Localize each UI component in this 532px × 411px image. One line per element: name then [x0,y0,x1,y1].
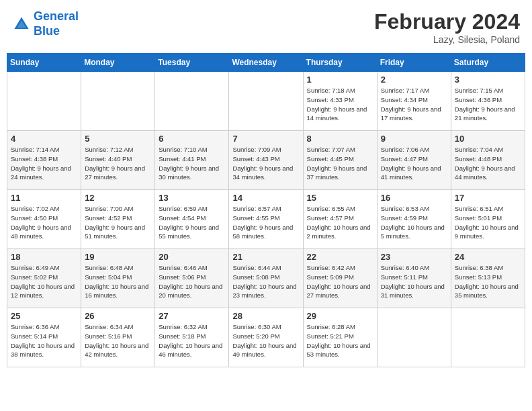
week-row-1: 1Sunrise: 7:18 AM Sunset: 4:33 PM Daylig… [7,72,525,131]
calendar-cell: 3Sunrise: 7:15 AM Sunset: 4:36 PM Daylig… [451,72,525,131]
day-info: Sunrise: 6:42 AM Sunset: 5:09 PM Dayligh… [307,263,373,300]
day-number: 1 [307,75,373,85]
day-info: Sunrise: 6:30 AM Sunset: 5:20 PM Dayligh… [232,322,299,359]
calendar-cell: 28Sunrise: 6:30 AM Sunset: 5:20 PM Dayli… [229,308,303,367]
week-row-2: 4Sunrise: 7:14 AM Sunset: 4:38 PM Daylig… [7,131,525,190]
day-number: 20 [159,252,225,262]
calendar-cell: 17Sunrise: 6:51 AM Sunset: 5:01 PM Dayli… [451,190,525,249]
calendar-cell: 16Sunrise: 6:53 AM Sunset: 4:59 PM Dayli… [377,190,451,249]
day-info: Sunrise: 7:00 AM Sunset: 4:52 PM Dayligh… [85,204,151,241]
day-info: Sunrise: 6:49 AM Sunset: 5:02 PM Dayligh… [11,263,77,300]
day-info: Sunrise: 6:59 AM Sunset: 4:54 PM Dayligh… [159,204,225,241]
day-number: 10 [455,134,521,144]
day-number: 15 [307,193,373,203]
day-number: 4 [11,134,77,144]
day-number: 21 [232,252,299,262]
day-info: Sunrise: 6:48 AM Sunset: 5:04 PM Dayligh… [85,263,151,300]
day-info: Sunrise: 7:04 AM Sunset: 4:48 PM Dayligh… [455,145,521,182]
calendar-cell: 5Sunrise: 7:12 AM Sunset: 4:40 PM Daylig… [81,131,155,190]
calendar-header: SundayMondayTuesdayWednesdayThursdayFrid… [7,54,525,72]
calendar-cell: 21Sunrise: 6:44 AM Sunset: 5:08 PM Dayli… [229,249,303,308]
day-info: Sunrise: 7:15 AM Sunset: 4:36 PM Dayligh… [455,86,521,123]
day-number: 7 [232,134,299,144]
day-number: 12 [85,193,151,203]
week-row-5: 25Sunrise: 6:36 AM Sunset: 5:14 PM Dayli… [7,308,525,367]
day-number: 18 [11,252,77,262]
calendar-cell: 25Sunrise: 6:36 AM Sunset: 5:14 PM Dayli… [7,308,81,367]
day-number: 3 [455,75,521,85]
calendar-cell: 15Sunrise: 6:55 AM Sunset: 4:57 PM Dayli… [303,190,377,249]
location-title: Lazy, Silesia, Poland [374,34,520,45]
logo-line2: Blue [34,24,60,38]
day-number: 29 [307,311,373,321]
day-number: 19 [85,252,151,262]
calendar-cell: 26Sunrise: 6:34 AM Sunset: 5:16 PM Dayli… [81,308,155,367]
page-header: General Blue February 2024 Lazy, Silesia… [7,7,525,48]
calendar-cell: 20Sunrise: 6:46 AM Sunset: 5:06 PM Dayli… [155,249,229,308]
day-number: 25 [11,311,77,321]
day-number: 2 [381,75,447,85]
day-info: Sunrise: 7:02 AM Sunset: 4:50 PM Dayligh… [11,204,77,241]
calendar-cell: 12Sunrise: 7:00 AM Sunset: 4:52 PM Dayli… [81,190,155,249]
logo-line1: General [34,9,79,23]
day-info: Sunrise: 7:06 AM Sunset: 4:47 PM Dayligh… [381,145,447,182]
calendar-cell [377,308,451,367]
weekday-header-monday: Monday [81,54,155,72]
day-info: Sunrise: 6:53 AM Sunset: 4:59 PM Dayligh… [381,204,447,241]
weekday-header-sunday: Sunday [7,54,81,72]
day-number: 23 [381,252,447,262]
day-info: Sunrise: 6:28 AM Sunset: 5:21 PM Dayligh… [307,322,373,359]
calendar-cell: 8Sunrise: 7:07 AM Sunset: 4:45 PM Daylig… [303,131,377,190]
calendar-cell [229,72,303,131]
logo-icon [12,15,31,34]
day-number: 5 [85,134,151,144]
day-info: Sunrise: 6:57 AM Sunset: 4:55 PM Dayligh… [232,204,299,241]
day-info: Sunrise: 6:32 AM Sunset: 5:18 PM Dayligh… [159,322,225,359]
calendar-cell: 13Sunrise: 6:59 AM Sunset: 4:54 PM Dayli… [155,190,229,249]
calendar-cell: 11Sunrise: 7:02 AM Sunset: 4:50 PM Dayli… [7,190,81,249]
day-number: 28 [232,311,299,321]
calendar-cell: 18Sunrise: 6:49 AM Sunset: 5:02 PM Dayli… [7,249,81,308]
week-row-3: 11Sunrise: 7:02 AM Sunset: 4:50 PM Dayli… [7,190,525,249]
calendar-body: 1Sunrise: 7:18 AM Sunset: 4:33 PM Daylig… [7,72,525,367]
logo-text: General Blue [34,9,79,38]
day-info: Sunrise: 6:34 AM Sunset: 5:16 PM Dayligh… [85,322,151,359]
calendar-cell: 19Sunrise: 6:48 AM Sunset: 5:04 PM Dayli… [81,249,155,308]
calendar-cell [155,72,229,131]
calendar-table: SundayMondayTuesdayWednesdayThursdayFrid… [7,53,525,367]
calendar-cell: 9Sunrise: 7:06 AM Sunset: 4:47 PM Daylig… [377,131,451,190]
title-block: February 2024 Lazy, Silesia, Poland [374,9,520,45]
day-info: Sunrise: 6:38 AM Sunset: 5:13 PM Dayligh… [455,263,521,300]
week-row-4: 18Sunrise: 6:49 AM Sunset: 5:02 PM Dayli… [7,249,525,308]
calendar-cell [451,308,525,367]
calendar-cell: 24Sunrise: 6:38 AM Sunset: 5:13 PM Dayli… [451,249,525,308]
calendar-cell: 27Sunrise: 6:32 AM Sunset: 5:18 PM Dayli… [155,308,229,367]
calendar-cell: 1Sunrise: 7:18 AM Sunset: 4:33 PM Daylig… [303,72,377,131]
day-number: 17 [455,193,521,203]
calendar-cell: 10Sunrise: 7:04 AM Sunset: 4:48 PM Dayli… [451,131,525,190]
day-number: 11 [11,193,77,203]
day-info: Sunrise: 7:12 AM Sunset: 4:40 PM Dayligh… [85,145,151,182]
logo: General Blue [12,9,79,38]
day-info: Sunrise: 7:18 AM Sunset: 4:33 PM Dayligh… [307,86,373,123]
day-number: 22 [307,252,373,262]
day-info: Sunrise: 7:07 AM Sunset: 4:45 PM Dayligh… [307,145,373,182]
day-number: 24 [455,252,521,262]
calendar-cell: 23Sunrise: 6:40 AM Sunset: 5:11 PM Dayli… [377,249,451,308]
day-number: 6 [159,134,225,144]
calendar-cell: 4Sunrise: 7:14 AM Sunset: 4:38 PM Daylig… [7,131,81,190]
month-title: February 2024 [374,9,520,34]
day-number: 27 [159,311,225,321]
day-number: 26 [85,311,151,321]
day-info: Sunrise: 6:46 AM Sunset: 5:06 PM Dayligh… [159,263,225,300]
day-info: Sunrise: 6:51 AM Sunset: 5:01 PM Dayligh… [455,204,521,241]
weekday-header-thursday: Thursday [303,54,377,72]
calendar-cell: 2Sunrise: 7:17 AM Sunset: 4:34 PM Daylig… [377,72,451,131]
day-info: Sunrise: 7:09 AM Sunset: 4:43 PM Dayligh… [232,145,299,182]
weekday-header-saturday: Saturday [451,54,525,72]
weekday-header-row: SundayMondayTuesdayWednesdayThursdayFrid… [7,54,525,72]
calendar-cell: 7Sunrise: 7:09 AM Sunset: 4:43 PM Daylig… [229,131,303,190]
weekday-header-friday: Friday [377,54,451,72]
calendar-cell [7,72,81,131]
day-number: 16 [381,193,447,203]
